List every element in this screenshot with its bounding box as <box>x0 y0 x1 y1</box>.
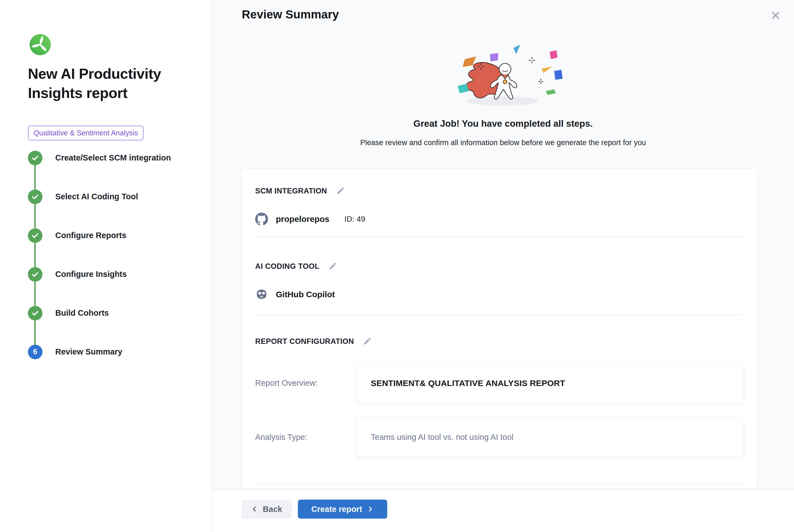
step-label: Build Cohorts <box>55 308 109 318</box>
step-configure-insights[interactable]: Configure Insights <box>28 255 195 293</box>
scm-integration-name: propelorepos <box>276 214 329 224</box>
step-select-ai-tool[interactable]: Select AI Coding Tool <box>28 177 195 216</box>
analysis-type-value: Teams using AI tool vs. not using AI too… <box>371 433 513 442</box>
check-icon <box>28 306 42 320</box>
edit-report-config-button[interactable] <box>362 336 373 346</box>
wizard-sidebar: New AI Productivity Insights report Qual… <box>0 0 212 532</box>
analysis-type-row: Analysis Type: Teams using AI tool vs. n… <box>255 418 744 457</box>
step-label: Configure Insights <box>55 270 127 279</box>
divider <box>255 484 744 484</box>
ai-coding-tool-row: GitHub Copilot <box>255 288 744 301</box>
analysis-type-label: Analysis Type: <box>255 433 357 442</box>
close-icon <box>770 10 781 21</box>
review-summary-panel: Review Summary <box>212 0 794 532</box>
step-label: Review Summary <box>55 347 122 357</box>
step-review-summary[interactable]: 6 Review Summary <box>28 332 195 371</box>
congrats-title: Great Job! You have completed all steps. <box>414 118 593 129</box>
back-button-label: Back <box>263 505 282 514</box>
check-icon <box>28 267 42 282</box>
chevron-left-icon <box>251 506 258 513</box>
report-configuration-section-head: REPORT CONFIGURATION <box>255 336 744 346</box>
edit-ai-tool-button[interactable] <box>328 261 338 271</box>
confetti-hero-illustration <box>443 42 563 111</box>
edit-pencil-icon <box>336 186 345 195</box>
page-title: Review Summary <box>242 8 339 21</box>
back-button[interactable]: Back <box>242 500 292 519</box>
create-report-button-label: Create report <box>311 505 362 514</box>
step-label: Configure Reports <box>55 231 127 240</box>
step-configure-reports[interactable]: Configure Reports <box>28 216 195 255</box>
scm-integration-heading: SCM INTEGRATION <box>255 187 327 195</box>
analysis-type-value-box: Teams using AI tool vs. not using AI too… <box>357 418 744 457</box>
close-button[interactable] <box>770 10 782 22</box>
scm-integration-id: ID: 49 <box>344 215 365 224</box>
report-configuration-heading: REPORT CONFIGURATION <box>255 337 354 346</box>
summary-card: SCM INTEGRATION propelorepos ID: 49 AI C… <box>242 168 757 489</box>
scm-integration-row: propelorepos ID: 49 <box>255 213 744 226</box>
ai-coding-tool-name: GitHub Copilot <box>276 290 335 299</box>
step-label: Create/Select SCM integration <box>55 153 171 163</box>
report-overview-row: Report Overview: SENTIMENT& QUALITATIVE … <box>255 363 744 403</box>
ai-coding-tool-section-head: AI CODING TOOL <box>255 261 744 271</box>
check-icon <box>28 190 42 204</box>
edit-pencil-icon <box>363 337 372 345</box>
step-build-cohorts[interactable]: Build Cohorts <box>28 293 195 332</box>
check-icon <box>28 228 42 243</box>
step-number-badge: 6 <box>28 345 42 359</box>
create-report-button[interactable]: Create report <box>298 500 387 519</box>
step-create-select-scm[interactable]: Create/Select SCM integration <box>28 138 195 177</box>
chevron-right-icon <box>366 506 374 513</box>
edit-pencil-icon <box>328 262 337 270</box>
report-overview-label: Report Overview: <box>255 379 357 388</box>
wizard-footer: Back Create report <box>212 489 794 532</box>
report-overview-value-box: SENTIMENT& QUALITATIVE ANALYSIS REPORT <box>357 363 744 403</box>
divider <box>255 315 744 315</box>
edit-scm-button[interactable] <box>336 186 346 196</box>
ai-coding-tool-heading: AI CODING TOOL <box>255 262 319 271</box>
scm-integration-section-head: SCM INTEGRATION <box>255 186 744 196</box>
report-overview-value: SENTIMENT& QUALITATIVE ANALYSIS REPORT <box>371 379 565 388</box>
divider <box>255 237 744 237</box>
wizard-title: New AI Productivity Insights report <box>28 64 184 103</box>
github-icon <box>255 213 268 226</box>
copilot-icon <box>255 288 268 301</box>
check-icon <box>28 151 42 165</box>
step-list: Create/Select SCM integration Select AI … <box>28 138 195 371</box>
step-label: Select AI Coding Tool <box>55 192 138 201</box>
propeller-logo <box>30 34 51 55</box>
congrats-subtitle: Please review and confirm all informatio… <box>360 138 646 147</box>
